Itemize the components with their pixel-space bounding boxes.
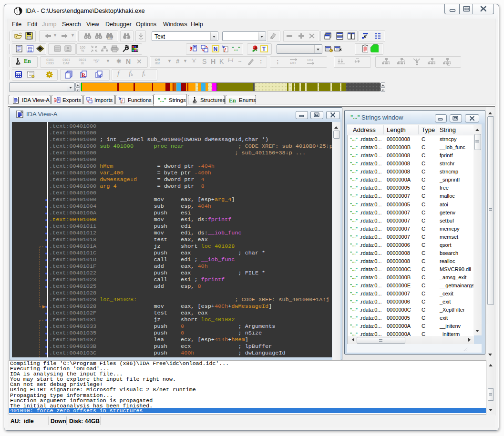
svg-text:1234: 1234 (290, 61, 296, 64)
svg-text:N: N (213, 46, 217, 52)
svg-text:⤷: ⤷ (330, 46, 332, 49)
svg-text:R: R (82, 72, 86, 78)
svg-text:101: 101 (108, 37, 112, 40)
svg-text:011: 011 (28, 49, 32, 52)
svg-text:1234: 1234 (307, 59, 313, 61)
svg-text:T: T (262, 46, 266, 52)
